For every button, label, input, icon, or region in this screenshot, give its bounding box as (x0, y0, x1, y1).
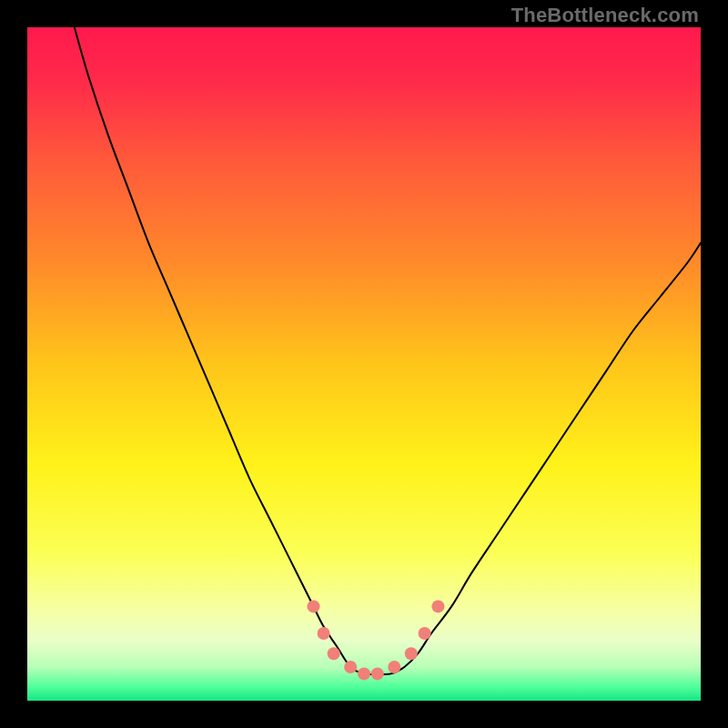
marker-dot (419, 627, 431, 640)
marker-dot (431, 600, 444, 612)
marker-dot (358, 667, 370, 680)
marker-dot (344, 661, 357, 673)
plot-area (27, 27, 701, 701)
marker-dot (388, 661, 400, 673)
marker-dot (308, 600, 320, 612)
gradient-background (27, 27, 701, 701)
bottleneck-chart (27, 27, 701, 701)
marker-dot (371, 667, 384, 680)
marker-dot (318, 627, 330, 640)
marker-dot (328, 647, 340, 660)
marker-dot (405, 647, 418, 660)
watermark-text: TheBottleneck.com (511, 4, 699, 27)
outer-frame: TheBottleneck.com (0, 0, 728, 728)
